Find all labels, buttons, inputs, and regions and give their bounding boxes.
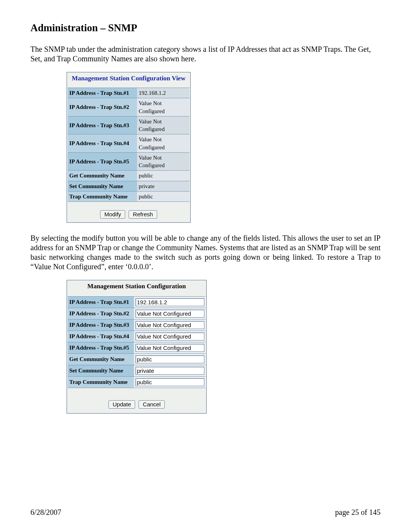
edit-panel-title: Management Station Configuration xyxy=(68,281,206,296)
table-row: IP Address - Trap Stn.#3Value Not Config… xyxy=(68,116,190,134)
trap2-input[interactable] xyxy=(135,310,204,318)
trap1-input[interactable] xyxy=(135,298,204,306)
row-value: Value Not Configured xyxy=(137,134,190,153)
modify-button[interactable]: Modify xyxy=(100,210,125,219)
table-row: Trap Community Name xyxy=(68,377,206,388)
table-row: IP Address - Trap Stn.#1192.168.1.2 xyxy=(68,88,190,98)
row-value: Value Not Configured xyxy=(137,116,190,134)
refresh-button[interactable]: Refresh xyxy=(129,210,157,219)
row-label: IP Address - Trap Stn.#5 xyxy=(68,152,137,171)
row-label: IP Address - Trap Stn.#3 xyxy=(68,116,137,134)
row-label: IP Address - Trap Stn.#2 xyxy=(68,308,134,320)
row-label: Get Community Name xyxy=(68,354,134,365)
trap4-input[interactable] xyxy=(135,332,204,340)
trap-community-input[interactable] xyxy=(135,378,204,386)
page-heading: Administration – SNMP xyxy=(30,22,381,34)
row-value: Value Not Configured xyxy=(137,152,190,171)
row-label: IP Address - Trap Stn.#1 xyxy=(68,88,137,98)
row-label: IP Address - Trap Stn.#4 xyxy=(68,134,137,153)
trap3-input[interactable] xyxy=(135,321,204,329)
row-label: IP Address - Trap Stn.#5 xyxy=(68,342,134,354)
row-label: IP Address - Trap Stn.#3 xyxy=(68,320,134,331)
table-row: Set Community Nameprivate xyxy=(68,181,190,191)
row-value: private xyxy=(137,181,190,191)
table-row: IP Address - Trap Stn.#3 xyxy=(68,320,206,331)
edit-panel: Management Station Configuration IP Addr… xyxy=(67,280,207,414)
intro-paragraph: The SNMP tab under the administration ca… xyxy=(30,45,381,64)
middle-paragraph: By selecting the modify button you will … xyxy=(30,233,381,272)
view-table: IP Address - Trap Stn.#1192.168.1.2 IP A… xyxy=(68,88,190,202)
update-button[interactable]: Update xyxy=(108,400,135,409)
row-label: Get Community Name xyxy=(68,171,137,181)
row-label: Set Community Name xyxy=(68,365,134,377)
row-label: IP Address - Trap Stn.#4 xyxy=(68,331,134,342)
get-community-input[interactable] xyxy=(135,355,204,363)
row-value: 192.168.1.2 xyxy=(137,88,190,98)
table-row: IP Address - Trap Stn.#2Value Not Config… xyxy=(68,98,190,117)
row-label: IP Address - Trap Stn.#2 xyxy=(68,98,137,117)
table-row: IP Address - Trap Stn.#5 xyxy=(68,342,206,354)
table-row: Trap Community Namepublic xyxy=(68,191,190,201)
row-label: Trap Community Name xyxy=(68,191,137,201)
edit-table: IP Address - Trap Stn.#1 IP Address - Tr… xyxy=(68,296,206,388)
table-row: IP Address - Trap Stn.#2 xyxy=(68,308,206,320)
view-panel: Management Station Configuration View IP… xyxy=(67,72,191,223)
table-row: IP Address - Trap Stn.#1 xyxy=(68,297,206,308)
row-label: IP Address - Trap Stn.#1 xyxy=(68,297,134,308)
table-row: IP Address - Trap Stn.#4Value Not Config… xyxy=(68,134,190,153)
view-panel-title: Management Station Configuration View xyxy=(68,73,190,88)
table-row: Get Community Namepublic xyxy=(68,171,190,181)
set-community-input[interactable] xyxy=(135,367,204,375)
row-value: public xyxy=(137,191,190,201)
footer-page: page 25 of 145 xyxy=(335,508,381,517)
trap5-input[interactable] xyxy=(135,344,204,352)
row-label: Trap Community Name xyxy=(68,377,134,388)
table-row: IP Address - Trap Stn.#5Value Not Config… xyxy=(68,152,190,171)
row-value: Value Not Configured xyxy=(137,98,190,117)
row-value: public xyxy=(137,171,190,181)
table-row: Get Community Name xyxy=(68,354,206,365)
cancel-button[interactable]: Cancel xyxy=(139,400,165,409)
footer-date: 6/28/2007 xyxy=(30,508,61,517)
table-row: Set Community Name xyxy=(68,365,206,377)
table-row: IP Address - Trap Stn.#4 xyxy=(68,331,206,342)
row-label: Set Community Name xyxy=(68,181,137,191)
